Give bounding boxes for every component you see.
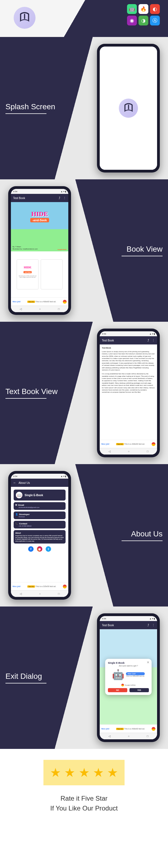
status-bar: 9:54▲ ▾ ▮: [11, 474, 68, 478]
admob-icon: ◐: [150, 4, 160, 14]
splash-label: Splash Screen: [0, 102, 89, 114]
social-icons: f ◉ t: [14, 544, 66, 555]
contact-card[interactable]: 📞 Contact +91 97258 68313: [14, 521, 66, 528]
admob-logo-icon: [121, 684, 124, 686]
nav-home[interactable]: ○: [39, 592, 41, 595]
share-icon[interactable]: ⤴: [148, 339, 149, 342]
nav-recent[interactable]: □: [147, 735, 148, 738]
exit-dialog: ✕ Single E-Book Are sure want to quit ? …: [105, 659, 152, 695]
exit-label: Exit Dialog: [0, 672, 89, 683]
phone-mockup-splash: [97, 44, 160, 173]
back-icon[interactable]: ←: [13, 481, 16, 485]
unity-icon: ◉: [127, 16, 137, 26]
share-icon[interactable]: ⤴: [148, 623, 149, 627]
page-thumbnail: [41, 259, 62, 289]
about-section: 9:54▲ ▾ ▮ ← About Us 📖 Single E-Book ✉ E…: [0, 464, 168, 607]
android-studio-icon: 🤖: [127, 4, 137, 14]
nav-bar: ◁ ○ □: [100, 448, 157, 455]
person-icon: 👤: [15, 513, 18, 516]
about-label: About Us: [79, 530, 168, 541]
stars-container: ★ ★ ★ ★ ★: [43, 760, 125, 785]
nav-back[interactable]: ◁: [109, 450, 111, 453]
playstore-icon: ◑: [138, 16, 148, 26]
nav-home[interactable]: ○: [128, 450, 129, 453]
nav-recent[interactable]: □: [147, 450, 148, 453]
twitter-icon[interactable]: t: [46, 546, 51, 552]
about-content: 📖 Single E-Book ✉ Email androtrebolindia…: [11, 487, 68, 582]
nav-home[interactable]: ○: [128, 735, 129, 738]
more-icon[interactable]: ⋮: [152, 623, 155, 627]
star-icon: ★: [64, 766, 75, 780]
app-bar-title: About Us: [18, 482, 66, 485]
instagram-icon[interactable]: ◉: [37, 546, 42, 552]
admob-credit: Google AdMob: [108, 684, 149, 686]
star-icon: ★: [93, 766, 104, 780]
app-bar-title: Test Book: [102, 339, 148, 342]
ad-banner[interactable]: Nice job! Test Ad This is a 468x60 test …: [11, 298, 68, 306]
no-button[interactable]: NO: [108, 688, 127, 692]
status-bar: 9:54▲ ▾ ▮: [11, 189, 68, 194]
book-icon: [18, 11, 31, 25]
text-heading: Test Book: [102, 347, 155, 349]
star-icon: ★: [107, 766, 118, 780]
developer-card[interactable]: 👤 Developer Androtol: [14, 512, 66, 519]
nice-bubble: Nice Job!: [126, 672, 144, 675]
text-content[interactable]: Test Book Lorem Ipsum is simply dummy te…: [100, 344, 157, 440]
page-thumbnail: HIDE -and-Seek A virtual game of hide-an…: [17, 259, 39, 289]
more-icon[interactable]: ⋮: [152, 339, 155, 342]
appstore-icon: Ⓐ: [150, 16, 160, 26]
status-bar: 9:54▲ ▾ ▮: [100, 616, 157, 621]
app-bar: ← About Us: [11, 478, 68, 487]
splash-app-icon: [119, 99, 138, 118]
page-preview[interactable]: HIDE -and-Seek A virtual game of hide-an…: [11, 251, 68, 298]
phone-mockup-about: 9:54▲ ▾ ▮ ← About Us 📖 Single E-Book ✉ E…: [8, 471, 71, 600]
header-section: 🤖 🔥 ◐ ◉ ◑ Ⓐ: [0, 0, 168, 37]
book-title: HIDE: [31, 210, 48, 218]
star-icon: ★: [79, 766, 90, 780]
book-icon: [122, 102, 135, 115]
textbook-section: Text Book View 9:54▲ ▾ ▮ Test Book ⤴ ⋮ T…: [0, 322, 168, 464]
admob-logo-icon: [63, 300, 67, 304]
about-brand: 📖 Single E-Book: [14, 490, 66, 500]
app-bar: Test Book ⤴ ⋮: [100, 336, 157, 344]
nav-recent[interactable]: □: [58, 308, 59, 311]
nav-back[interactable]: ◁: [20, 592, 22, 595]
splash-section: Splash Screen: [0, 37, 168, 179]
ad-banner[interactable]: Nice job! Test Ad This is a 468x60 test …: [100, 724, 157, 733]
ad-banner[interactable]: Nice job! Test Ad This is a 320x50 test …: [11, 582, 68, 590]
more-icon[interactable]: ⋮: [63, 196, 66, 200]
firebase-icon: 🔥: [138, 4, 148, 14]
nav-bar: ◁ ○ □: [100, 733, 157, 739]
book-cover[interactable]: HIDE -and-Seek By: T Albert Illustrated …: [11, 202, 68, 251]
yes-button[interactable]: YES: [129, 688, 149, 692]
rating-section: ★ ★ ★ ★ ★ Rate it Five Star If You Like …: [0, 749, 168, 826]
phone-mockup-textbook: 9:54▲ ▾ ▮ Test Book ⤴ ⋮ Test Book Lorem …: [97, 329, 160, 457]
book-author: By: T Albert Illustrated by: maaillustra…: [12, 246, 38, 250]
text-paragraph: It is a long established fact that a rea…: [102, 373, 155, 394]
app-bar: Test Book ⤴ ⋮: [100, 621, 157, 629]
ad-banner[interactable]: Nice job! Test Ad This is a 468x60 test …: [100, 440, 157, 448]
admob-logo-icon: [152, 727, 156, 731]
textbook-label: Text Book View: [0, 387, 89, 399]
facebook-icon[interactable]: f: [28, 546, 34, 552]
publisher-badge: •maple•leaf•: [57, 249, 67, 250]
app-bar-title: Test Book: [102, 624, 148, 627]
app-bar: Test Book ⤴ ⋮: [11, 194, 68, 202]
tech-icons-group: 🤖 🔥 ◐ ◉ ◑ Ⓐ: [124, 4, 160, 26]
app-logo: [14, 7, 36, 29]
book-subtitle: -and-Seek: [30, 218, 49, 222]
nav-back[interactable]: ◁: [20, 308, 22, 311]
nav-back[interactable]: ◁: [109, 735, 111, 738]
email-card[interactable]: ✉ Email androtrebolindia@gmail.com: [14, 502, 66, 510]
rating-text: Rate it Five Star If You Like Our Produc…: [0, 794, 168, 813]
share-icon[interactable]: ⤴: [59, 196, 60, 200]
nav-recent[interactable]: □: [58, 592, 59, 595]
nav-home[interactable]: ○: [39, 308, 41, 311]
email-icon: ✉: [15, 504, 17, 506]
exit-section: Exit Dialog 9:54▲ ▾ ▮ Test Book ⤴ ⋮ ✕ Si…: [0, 607, 168, 749]
status-bar: 9:54▲ ▾ ▮: [100, 331, 157, 336]
nav-bar: ◁ ○ □: [11, 590, 68, 597]
admob-logo-icon: [152, 442, 156, 446]
phone-icon: 📞: [15, 522, 18, 525]
close-icon[interactable]: ✕: [147, 660, 150, 664]
